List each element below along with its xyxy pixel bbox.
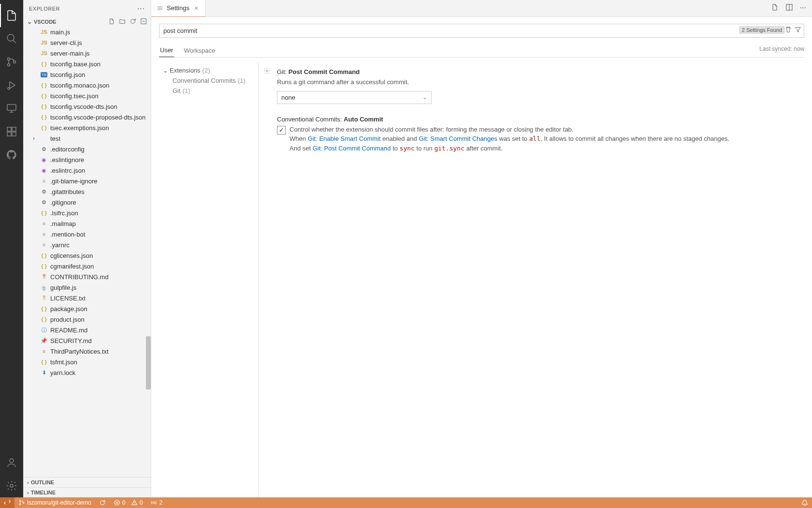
setting-title: Git: Post Commit Command <box>277 68 795 75</box>
file-item[interactable]: ≡.mailmap <box>23 218 151 229</box>
setting-dropdown[interactable]: none ⌄ <box>277 91 432 104</box>
setting-description: Control whether the extension should com… <box>290 125 729 153</box>
svg-point-17 <box>23 502 24 504</box>
file-item[interactable]: { }tsfmt.json <box>23 357 151 367</box>
remote-indicator[interactable] <box>0 497 14 508</box>
file-item[interactable]: { }cglicenses.json <box>23 250 151 261</box>
extensions-icon[interactable] <box>0 120 23 143</box>
file-item[interactable]: { }tsconfig.vscode-proposed-dts.json <box>23 112 151 122</box>
file-name: tsconfig.json <box>50 71 85 78</box>
scope-user[interactable]: User <box>159 44 174 57</box>
file-item[interactable]: { }cgmanifest.json <box>23 261 151 271</box>
more-actions-icon[interactable]: ··· <box>800 3 806 13</box>
link-enable-smart-commit[interactable]: Git: Enable Smart Commit <box>308 135 381 142</box>
file-item[interactable]: ⬇yarn.lock <box>23 367 151 378</box>
source-control-icon[interactable] <box>0 50 23 74</box>
filter-icon[interactable] <box>795 26 801 35</box>
timeline-section[interactable]: ›TIMELINE <box>23 487 151 497</box>
file-item[interactable]: JSmain.js <box>23 27 151 37</box>
setting-checkbox[interactable]: ✓ <box>277 126 286 134</box>
folder-item[interactable]: ›test <box>23 133 151 144</box>
file-item[interactable]: JSserver-main.js <box>23 48 151 59</box>
branch-indicator[interactable]: lszomoru/git-editor-demo <box>14 497 95 508</box>
file-item[interactable]: { }tsconfig.vscode-dts.json <box>23 101 151 112</box>
sidebar-title: EXPLORER <box>29 6 60 12</box>
file-item[interactable]: { }.lsifrc.json <box>23 208 151 218</box>
code-git-sync: git.sync <box>434 145 464 152</box>
sync-indicator[interactable] <box>95 497 110 508</box>
link-post-commit-command[interactable]: Git: Post Commit Command <box>313 145 391 152</box>
toc-conventional-commits[interactable]: Conventional Commits(1) <box>159 75 258 86</box>
file-item[interactable]: 🍵gulpfile.js <box>23 282 151 293</box>
svg-rect-9 <box>12 132 16 136</box>
svg-rect-8 <box>7 132 11 136</box>
file-item[interactable]: ◉.eslintignore <box>23 154 151 165</box>
new-folder-icon[interactable] <box>119 18 126 26</box>
manage-icon[interactable] <box>0 474 23 497</box>
ports-indicator[interactable]: 2 <box>146 497 166 508</box>
tab-settings[interactable]: Settings × <box>151 0 205 17</box>
folder-header[interactable]: ⌄ VSCODE <box>23 17 151 27</box>
file-item[interactable]: JSserver-cli.js <box>23 37 151 48</box>
file-item[interactable]: ⚙.gitattributes <box>23 186 151 197</box>
chevron-down-icon: ⌄ <box>163 67 168 74</box>
svg-point-16 <box>19 504 21 505</box>
settings-search-input[interactable] <box>159 24 804 38</box>
file-name: cgmanifest.json <box>50 263 94 270</box>
outline-section[interactable]: ›OUTLINE <box>23 477 151 487</box>
settings-found-badge: 2 Settings Found <box>739 26 785 34</box>
remote-explorer-icon[interactable] <box>0 97 23 120</box>
sidebar: EXPLORER ··· ⌄ VSCODE JSmain.jsJSserver-… <box>23 0 151 497</box>
refresh-icon[interactable] <box>130 18 136 26</box>
file-item[interactable]: { }tsec.exemptions.json <box>23 122 151 133</box>
problems-indicator[interactable]: 0 0 <box>110 497 147 508</box>
file-item[interactable]: { }package.json <box>23 303 151 314</box>
file-item[interactable]: ≡.yarnrc <box>23 239 151 250</box>
file-item[interactable]: 📌SECURITY.md <box>23 335 151 346</box>
github-icon[interactable] <box>0 143 23 166</box>
scope-workspace[interactable]: Workspace <box>183 44 216 57</box>
scope-tabs: User Workspace Last synced: now <box>159 44 804 58</box>
file-item[interactable]: ≡.mention-bot <box>23 229 151 239</box>
file-item[interactable]: ◉.eslintrc.json <box>23 165 151 176</box>
setting-git-post-commit-command: Git: Post Commit Command Runs a git comm… <box>263 65 795 113</box>
toc-extensions[interactable]: ⌄Extensions(2) <box>159 65 258 75</box>
file-item[interactable]: { }product.json <box>23 314 151 325</box>
notifications-icon[interactable] <box>798 499 812 506</box>
close-icon[interactable]: × <box>192 4 200 12</box>
file-item[interactable]: ⚙.editorconfig <box>23 144 151 154</box>
file-item[interactable]: 🎖LICENSE.txt <box>23 293 151 303</box>
file-tree[interactable]: JSmain.jsJSserver-cli.jsJSserver-main.js… <box>23 27 151 477</box>
new-file-icon[interactable] <box>108 18 115 26</box>
file-item[interactable]: { }tsconfig.tsec.json <box>23 90 151 101</box>
file-item[interactable]: ⓘREADME.md <box>23 325 151 335</box>
debug-icon[interactable] <box>0 74 23 97</box>
clear-search-icon[interactable] <box>785 26 792 35</box>
accounts-icon[interactable] <box>0 451 23 474</box>
file-name: yarn.lock <box>50 369 75 376</box>
search-icon[interactable] <box>0 27 23 50</box>
scrollbar[interactable] <box>146 336 151 389</box>
file-name: gulpfile.js <box>50 284 76 291</box>
explorer-icon[interactable] <box>0 4 23 27</box>
file-name: tsconfig.tsec.json <box>50 92 99 100</box>
file-item[interactable]: ≡ThirdPartyNotices.txt <box>23 346 151 357</box>
file-name: product.json <box>50 316 85 323</box>
collapse-icon[interactable] <box>140 18 147 26</box>
gear-icon[interactable] <box>263 67 271 76</box>
split-editor-icon[interactable] <box>785 3 793 13</box>
file-name: package.json <box>50 305 87 313</box>
file-item[interactable]: TStsconfig.json <box>23 69 151 80</box>
file-name: tsconfig.vscode-proposed-dts.json <box>50 114 145 121</box>
file-item[interactable]: 🎖CONTRIBUTING.md <box>23 271 151 282</box>
code-all: all <box>529 135 540 142</box>
sidebar-more-icon[interactable]: ··· <box>137 4 145 13</box>
toc-git[interactable]: Git(1) <box>159 86 258 96</box>
file-item[interactable]: { }tsconfig.base.json <box>23 59 151 69</box>
file-item[interactable]: { }tsconfig.monaco.json <box>23 80 151 90</box>
activity-bar <box>0 0 23 497</box>
file-item[interactable]: ⚙.gitignore <box>23 197 151 208</box>
file-item[interactable]: ≡.git-blame-ignore <box>23 176 151 186</box>
open-settings-json-icon[interactable] <box>771 3 779 13</box>
link-smart-commit-changes[interactable]: Git: Smart Commit Changes <box>419 135 497 142</box>
